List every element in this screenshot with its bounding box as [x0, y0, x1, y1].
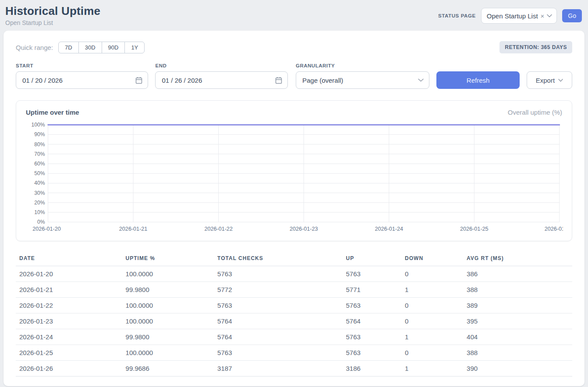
table-cell: 3187 — [214, 360, 342, 376]
end-label: END — [155, 63, 287, 68]
table-cell: 100.0000 — [122, 345, 214, 360]
table-cell: 2026-01-24 — [16, 329, 122, 345]
table-header-row: DATEUPTIME %TOTAL CHECKSUPDOWNAVG RT (MS… — [16, 252, 572, 266]
table-cell: 5763 — [214, 266, 342, 281]
table-cell: 3186 — [342, 360, 401, 376]
svg-text:2026-01-26: 2026-01-26 — [545, 226, 563, 232]
calendar-icon[interactable] — [275, 77, 282, 84]
end-date-value: 01 / 26 / 2026 — [162, 77, 202, 84]
table-row: 2026-01-2499.9800576457631404 — [16, 329, 572, 345]
table-cell: 0 — [401, 297, 463, 313]
table-cell: 1 — [401, 360, 463, 376]
table-row: 2026-01-23100.0000576457640395 — [16, 313, 572, 329]
table-cell: 2026-01-22 — [16, 297, 122, 313]
table-cell: 390 — [463, 360, 572, 376]
quick-range-group: 7D30D90D1Y — [58, 42, 145, 53]
table-cell: 5772 — [214, 281, 342, 297]
table-cell: 2026-01-26 — [16, 360, 122, 376]
table-cell: 388 — [463, 345, 572, 360]
table-cell: 1 — [401, 281, 463, 297]
svg-text:40%: 40% — [34, 180, 45, 186]
start-date-input[interactable]: 01 / 20 / 2026 — [16, 71, 148, 89]
table-cell: 5763 — [342, 297, 401, 313]
start-date-value: 01 / 20 / 2026 — [22, 77, 63, 84]
svg-text:2026-01-23: 2026-01-23 — [290, 226, 318, 232]
status-page-select-value: Open Startup List — [487, 12, 538, 20]
uptime-table: DATEUPTIME %TOTAL CHECKSUPDOWNAVG RT (MS… — [16, 252, 572, 376]
granularity-select[interactable]: Page (overall) — [296, 71, 429, 89]
table-cell: 100.0000 — [122, 297, 214, 313]
table-row: 2026-01-2699.9686318731861390 — [16, 360, 572, 376]
svg-text:20%: 20% — [34, 200, 45, 206]
table-row: 2026-01-25100.0000576357630388 — [16, 345, 572, 360]
column-header: UP — [342, 252, 401, 266]
table-cell: 395 — [463, 313, 572, 329]
table-cell: 388 — [463, 281, 572, 297]
svg-text:2026-01-21: 2026-01-21 — [119, 226, 148, 232]
svg-text:2026-01-22: 2026-01-22 — [204, 226, 233, 232]
export-button-label: Export — [536, 77, 555, 84]
header-controls: STATUS PAGE Open Startup List × Go — [438, 8, 582, 24]
end-date-input[interactable]: 01 / 26 / 2026 — [155, 71, 287, 89]
quick-range-1y[interactable]: 1Y — [124, 42, 145, 53]
table-cell: 5763 — [214, 297, 342, 313]
quick-range-90d[interactable]: 90D — [102, 42, 125, 53]
filter-row: START 01 / 20 / 2026 END 01 / 26 / 2026 … — [16, 63, 572, 89]
column-header: UPTIME % — [122, 252, 214, 266]
granularity-label: GRANULARITY — [296, 63, 429, 68]
svg-text:2026-01-20: 2026-01-20 — [32, 226, 61, 232]
svg-text:60%: 60% — [34, 161, 45, 167]
table-cell: 0 — [401, 345, 463, 360]
table-cell: 100.0000 — [122, 313, 214, 329]
table-cell: 404 — [463, 329, 572, 345]
table-cell: 5763 — [342, 345, 401, 360]
top-row: Quick range: 7D30D90D1Y RETENTION: 365 D… — [16, 41, 572, 53]
calendar-icon[interactable] — [135, 77, 142, 84]
quick-range-7d[interactable]: 7D — [58, 42, 79, 53]
table-cell: 100.0000 — [122, 266, 214, 281]
page-title: Historical Uptime — [5, 4, 100, 18]
chevron-down-icon — [418, 78, 424, 82]
table-cell: 99.9686 — [122, 360, 214, 376]
uptime-chart-card: Uptime over time Overall uptime (%) 0%10… — [16, 100, 572, 241]
table-cell: 99.9800 — [122, 281, 214, 297]
granularity-value: Page (overall) — [302, 77, 343, 84]
table-row: 2026-01-20100.0000576357630386 — [16, 266, 572, 281]
export-button[interactable]: Export — [527, 71, 572, 89]
go-button[interactable]: Go — [562, 9, 582, 22]
table-cell: 0 — [401, 266, 463, 281]
column-header: DOWN — [401, 252, 463, 266]
clear-icon[interactable]: × — [541, 13, 545, 19]
table-cell: 386 — [463, 266, 572, 281]
quick-range-label: Quick range: — [16, 44, 53, 51]
uptime-chart: 0%10%20%30%40%50%60%70%80%90%100%2026-01… — [25, 120, 563, 235]
table-cell: 2026-01-20 — [16, 266, 122, 281]
status-page-label: STATUS PAGE — [438, 13, 476, 18]
retention-badge: RETENTION: 365 DAYS — [499, 41, 572, 53]
table-cell: 5763 — [342, 266, 401, 281]
column-header: AVG RT (MS) — [463, 252, 572, 266]
table-cell: 5764 — [214, 313, 342, 329]
page-header: Historical Uptime Open Startup List STAT… — [0, 0, 588, 29]
chevron-down-icon — [558, 79, 563, 82]
table-cell: 5764 — [342, 313, 401, 329]
table-cell: 2026-01-21 — [16, 281, 122, 297]
refresh-button[interactable]: Refresh — [436, 71, 519, 89]
status-page-select[interactable]: Open Startup List × — [481, 8, 557, 24]
svg-text:70%: 70% — [34, 151, 45, 157]
start-label: START — [16, 63, 148, 68]
chevron-down-icon — [547, 14, 552, 18]
table-cell: 5763 — [342, 329, 401, 345]
svg-text:2026-01-25: 2026-01-25 — [460, 226, 489, 232]
svg-text:10%: 10% — [34, 209, 45, 215]
column-header: TOTAL CHECKS — [214, 252, 342, 266]
svg-text:2026-01-24: 2026-01-24 — [375, 226, 404, 232]
table-cell: 2026-01-25 — [16, 345, 122, 360]
main-panel: Quick range: 7D30D90D1Y RETENTION: 365 D… — [4, 31, 584, 386]
svg-text:80%: 80% — [34, 141, 45, 148]
quick-range-30d[interactable]: 30D — [78, 42, 102, 53]
table-row: 2026-01-22100.0000576357630389 — [16, 297, 572, 313]
table-cell: 5771 — [342, 281, 401, 297]
column-header: DATE — [16, 252, 122, 266]
table-cell: 1 — [401, 329, 463, 345]
